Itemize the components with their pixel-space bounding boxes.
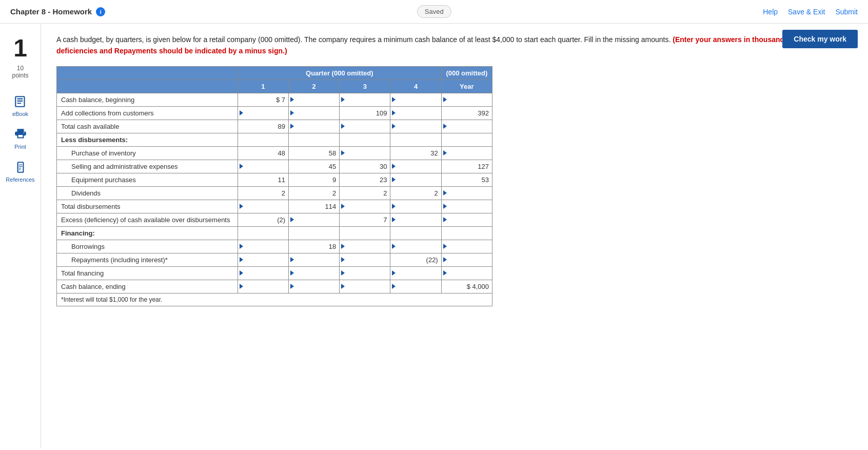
col1-header: 1 [238, 80, 288, 93]
number-input[interactable] [351, 203, 387, 210]
number-input[interactable] [402, 283, 438, 290]
save-exit-link[interactable]: Save & Exit [788, 8, 825, 16]
number-input[interactable] [249, 109, 285, 117]
table-row: Cash balance, ending$ 4,000 [57, 280, 492, 293]
input-cell[interactable] [340, 93, 390, 106]
input-cell[interactable] [390, 173, 441, 186]
input-cell[interactable] [289, 280, 340, 293]
number-input[interactable] [453, 216, 489, 224]
number-input[interactable] [351, 123, 387, 130]
input-cell[interactable] [340, 200, 390, 213]
static-cell: 18 [289, 240, 340, 253]
print-label: Print [14, 144, 26, 150]
number-input[interactable] [351, 96, 387, 104]
number-input[interactable] [249, 269, 285, 277]
input-cell[interactable] [289, 93, 340, 106]
input-cell[interactable] [238, 106, 288, 120]
input-cell[interactable] [340, 280, 390, 293]
number-input[interactable] [300, 269, 336, 277]
input-cell[interactable] [238, 240, 288, 253]
number-input[interactable] [402, 203, 438, 210]
input-cell[interactable] [441, 146, 492, 160]
year-col-header: Year [441, 80, 492, 93]
input-cell[interactable] [238, 253, 288, 266]
number-input[interactable] [402, 176, 438, 184]
input-cell[interactable] [441, 186, 492, 200]
input-cell[interactable] [238, 280, 288, 293]
input-cell[interactable] [390, 93, 441, 106]
number-input[interactable] [249, 163, 285, 170]
input-cell[interactable] [289, 106, 340, 120]
number-input[interactable] [453, 256, 489, 264]
number-input[interactable] [453, 123, 489, 130]
number-input[interactable] [300, 109, 336, 117]
input-cell[interactable] [441, 266, 492, 280]
input-cell[interactable] [390, 106, 441, 120]
input-cell[interactable] [390, 266, 441, 280]
table-row: Equipment purchases1192353 [57, 173, 492, 186]
number-input[interactable] [351, 256, 387, 264]
input-cell[interactable] [390, 200, 441, 213]
input-cell[interactable] [340, 240, 390, 253]
number-input[interactable] [249, 243, 285, 250]
table-row: Borrowings18 [57, 240, 492, 253]
input-cell[interactable] [390, 280, 441, 293]
number-input[interactable] [351, 149, 387, 157]
number-input[interactable] [402, 96, 438, 104]
number-input[interactable] [453, 149, 489, 157]
submit-link[interactable]: Submit [835, 8, 858, 16]
input-cell[interactable] [441, 120, 492, 133]
number-input[interactable] [402, 269, 438, 277]
page-title: Chapter 8 - Homework [10, 7, 92, 16]
input-cell[interactable] [340, 253, 390, 266]
number-input[interactable] [453, 96, 489, 104]
number-input[interactable] [402, 163, 438, 170]
help-link[interactable]: Help [763, 8, 778, 16]
number-input[interactable] [300, 123, 336, 130]
number-input[interactable] [453, 269, 489, 277]
input-cell[interactable] [340, 120, 390, 133]
input-cell[interactable] [441, 93, 492, 106]
input-cell[interactable] [390, 240, 441, 253]
number-input[interactable] [300, 216, 336, 224]
number-input[interactable] [453, 243, 489, 250]
input-cell[interactable] [390, 213, 441, 226]
number-input[interactable] [453, 203, 489, 210]
sidebar-item-print[interactable]: Print [0, 122, 41, 155]
number-input[interactable] [402, 109, 438, 117]
number-input[interactable] [351, 269, 387, 277]
table-row: Less disbursements: [57, 133, 492, 146]
number-input[interactable] [402, 243, 438, 250]
input-cell[interactable] [238, 266, 288, 280]
number-input[interactable] [351, 283, 387, 290]
input-cell[interactable] [441, 213, 492, 226]
number-input[interactable] [249, 203, 285, 210]
input-cell[interactable] [238, 160, 288, 173]
input-cell[interactable] [441, 253, 492, 266]
check-my-work-button[interactable]: Check my work [782, 30, 858, 48]
number-input[interactable] [249, 283, 285, 290]
number-input[interactable] [453, 189, 489, 197]
sidebar-item-ebook[interactable]: eBook [0, 89, 41, 122]
input-cell[interactable] [340, 266, 390, 280]
input-cell[interactable] [441, 200, 492, 213]
sidebar-item-references[interactable]: References [0, 155, 41, 188]
input-cell[interactable] [289, 213, 340, 226]
info-icon[interactable]: i [96, 7, 105, 16]
input-cell[interactable] [340, 146, 390, 160]
number-input[interactable] [300, 96, 336, 104]
input-cell[interactable] [289, 266, 340, 280]
number-input[interactable] [351, 243, 387, 250]
input-cell[interactable] [390, 120, 441, 133]
static-cell: 30 [340, 160, 390, 173]
number-input[interactable] [300, 283, 336, 290]
number-input[interactable] [249, 256, 285, 264]
number-input[interactable] [402, 216, 438, 224]
number-input[interactable] [402, 123, 438, 130]
input-cell[interactable] [289, 253, 340, 266]
number-input[interactable] [300, 256, 336, 264]
input-cell[interactable] [289, 120, 340, 133]
input-cell[interactable] [390, 160, 441, 173]
input-cell[interactable] [238, 200, 288, 213]
input-cell[interactable] [441, 240, 492, 253]
